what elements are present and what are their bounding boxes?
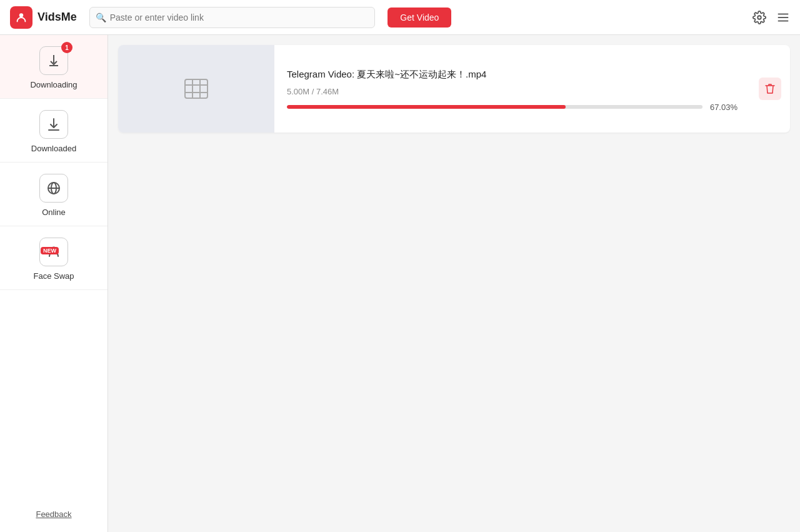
download-title: Telegram Video: 夏天来啦~还不运动起来！.mp4 (287, 69, 738, 81)
search-icon: 🔍 (96, 13, 106, 23)
face-swap-label: Face Swap (33, 271, 74, 281)
svg-rect-11 (185, 79, 208, 98)
progress-bar-bg (287, 105, 702, 109)
delete-button[interactable] (759, 78, 781, 100)
app-name: VidsMe (38, 11, 77, 24)
downloading-badge: 1 (61, 42, 72, 53)
sidebar-feedback: Feedback (0, 496, 108, 532)
search-input[interactable] (89, 7, 376, 28)
feedback-link[interactable]: Feedback (36, 509, 71, 519)
downloading-icon: 1 (39, 46, 68, 75)
sidebar-item-online[interactable]: Online (0, 163, 108, 226)
sidebar: 1 Downloading Downloaded Online (0, 35, 108, 532)
header-icons (752, 11, 790, 24)
online-label: Online (42, 208, 66, 217)
settings-button[interactable] (752, 11, 766, 24)
search-container: 🔍 (89, 7, 376, 28)
svg-point-1 (758, 16, 761, 19)
download-size: 5.00M / 7.46M (287, 87, 738, 96)
downloading-label: Downloading (30, 80, 77, 89)
sidebar-item-downloaded[interactable]: Downloaded (0, 99, 108, 163)
progress-bar-fill (287, 105, 566, 109)
logo-icon (10, 6, 32, 29)
downloaded-label: Downloaded (31, 144, 76, 153)
new-badge: NEW (41, 247, 59, 254)
download-info: Telegram Video: 夏天来啦~还不运动起来！.mp4 5.00M /… (274, 45, 750, 133)
get-video-button[interactable]: Get Video (388, 8, 451, 28)
face-swap-icon: NEW (39, 238, 68, 266)
content-area: Telegram Video: 夏天来啦~还不运动起来！.mp4 5.00M /… (108, 35, 800, 532)
menu-button[interactable] (776, 11, 790, 24)
sidebar-item-face-swap[interactable]: NEW Face Swap (0, 226, 108, 290)
downloaded-icon (39, 110, 68, 139)
main-layout: 1 Downloading Downloaded Online (0, 35, 800, 532)
download-actions (750, 45, 790, 133)
download-card: Telegram Video: 夏天来啦~还不运动起来！.mp4 5.00M /… (118, 45, 790, 133)
progress-percent: 67.03% (710, 103, 738, 112)
progress-row: 67.03% (287, 103, 738, 112)
download-thumbnail (118, 45, 274, 133)
sidebar-item-downloading[interactable]: 1 Downloading (0, 35, 108, 99)
svg-point-0 (19, 13, 23, 17)
header: VidsMe 🔍 Get Video (0, 0, 800, 35)
logo-container: VidsMe (10, 6, 77, 29)
online-icon (39, 174, 68, 203)
